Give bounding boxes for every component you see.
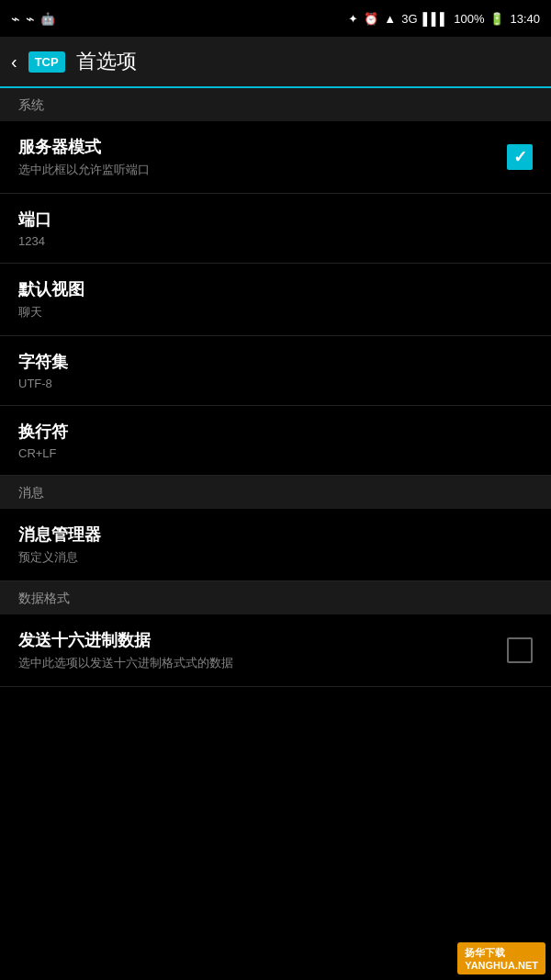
battery-icon: 🔋: [489, 12, 504, 26]
section-header-data-format: 数据格式: [0, 581, 551, 614]
settings-list: 系统 服务器模式 选中此框以允许监听端口 端口 1234 默认视图 聊天 字符集…: [0, 88, 551, 687]
server-mode-subtitle: 选中此框以允许监听端口: [18, 162, 507, 178]
top-bar: ‹ TCP 首选项: [0, 37, 551, 88]
line-ending-value: CR+LF: [18, 446, 533, 460]
setting-item-server-mode[interactable]: 服务器模式 选中此框以允许监听端口: [0, 121, 551, 194]
port-value: 1234: [18, 234, 533, 248]
back-button[interactable]: ‹: [11, 51, 17, 73]
setting-item-message-manager[interactable]: 消息管理器 预定义消息: [0, 509, 551, 581]
port-title: 端口: [18, 208, 533, 231]
server-mode-checkbox[interactable]: [507, 144, 533, 170]
android-icon: 🤖: [40, 12, 55, 26]
usb-icon-2: ⌁: [26, 10, 35, 28]
status-bar: ⌁ ⌁ 🤖 ✦ ⏰ ▲ 3G ▌▌▌ 100% 🔋 13:40: [0, 0, 551, 37]
send-hex-subtitle: 选中此选项以发送十六进制格式式的数据: [18, 655, 507, 671]
bluetooth-icon: ✦: [348, 12, 358, 26]
send-hex-title: 发送十六进制数据: [18, 629, 507, 651]
send-hex-checkbox[interactable]: [507, 637, 533, 663]
message-manager-title: 消息管理器: [18, 524, 533, 546]
setting-item-charset[interactable]: 字符集 UTF-8: [0, 336, 551, 406]
status-left-icons: ⌁ ⌁ 🤖: [11, 10, 55, 28]
time-label: 13:40: [510, 12, 540, 26]
message-manager-subtitle: 预定义消息: [18, 549, 533, 566]
usb-icon-1: ⌁: [11, 10, 20, 28]
line-ending-title: 换行符: [18, 421, 533, 443]
network-label: 3G: [401, 12, 417, 26]
watermark: 扬华下载YANGHUA.NET: [457, 942, 545, 974]
status-right-icons: ✦ ⏰ ▲ 3G ▌▌▌ 100% 🔋 13:40: [348, 12, 540, 26]
wifi-icon: ▲: [384, 12, 396, 26]
charset-value: UTF-8: [18, 377, 533, 390]
server-mode-title: 服务器模式: [18, 136, 507, 158]
charset-title: 字符集: [18, 351, 533, 373]
setting-item-port[interactable]: 端口 1234: [0, 194, 551, 264]
battery-label: 100%: [454, 12, 484, 26]
alarm-icon: ⏰: [364, 12, 378, 26]
tcp-badge: TCP: [28, 51, 65, 73]
setting-item-send-hex[interactable]: 发送十六进制数据 选中此选项以发送十六进制格式式的数据: [0, 614, 551, 687]
setting-item-line-ending[interactable]: 换行符 CR+LF: [0, 406, 551, 476]
section-header-message: 消息: [0, 476, 551, 509]
page-title: 首选项: [76, 48, 137, 75]
setting-item-default-view[interactable]: 默认视图 聊天: [0, 264, 551, 336]
default-view-title: 默认视图: [18, 278, 533, 300]
section-header-system: 系统: [0, 88, 551, 121]
default-view-value: 聊天: [18, 304, 533, 321]
signal-icon: ▌▌▌: [423, 12, 449, 26]
